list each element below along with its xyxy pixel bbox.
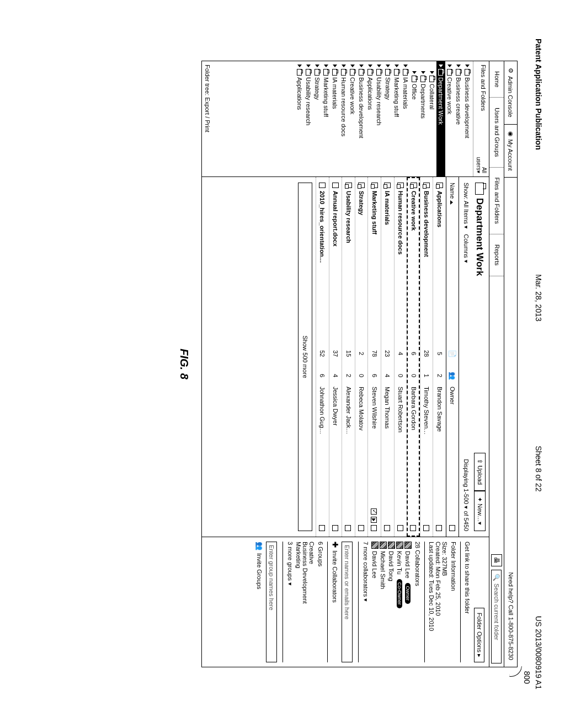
table-row[interactable]: Human resource docs40Stuart Robertson xyxy=(394,177,407,537)
folder-icon xyxy=(447,69,452,76)
tree-item[interactable]: Usability research xyxy=(375,61,383,176)
table-row[interactable]: Marketing stuff786Steven Wilshire xyxy=(367,177,381,537)
table-row[interactable]: Applications52Brandon Savage xyxy=(433,177,446,537)
tree-item[interactable]: Departments xyxy=(419,61,428,176)
row-checkbox[interactable] xyxy=(332,525,338,531)
col-files-icon: 📄 xyxy=(449,342,456,365)
collaborator-row[interactable]: David Lee xyxy=(371,542,379,662)
tab-my-account[interactable]: ◉ My Account xyxy=(504,125,517,178)
group-item[interactable]: Marketing xyxy=(295,542,302,662)
invite-groups-button[interactable]: 👥 Invite Groups xyxy=(255,542,264,662)
tree-item[interactable]: Business development xyxy=(357,61,366,176)
folder-icon xyxy=(430,76,435,82)
row-checkbox[interactable] xyxy=(358,525,364,531)
tree-footer-export[interactable]: Folder tree: Export / Print xyxy=(204,65,211,132)
folder-icon xyxy=(359,69,364,76)
tree-item[interactable]: Marketing stuff xyxy=(322,61,331,176)
nav-users-groups[interactable]: Users and Groups xyxy=(489,98,504,167)
table-row[interactable]: Strategy20Rebeca Molatov xyxy=(355,177,368,537)
chevron-right-icon xyxy=(430,71,434,74)
search-input[interactable]: 🔍 Search current folder xyxy=(492,570,502,663)
share-link[interactable]: Get link to share this folder xyxy=(464,542,471,662)
folder-options-button[interactable]: Folder Options ▸ xyxy=(474,608,484,662)
row-checkbox[interactable] xyxy=(436,525,442,531)
upload-button[interactable]: ⇧ Upload xyxy=(474,453,486,491)
tree-header-label: Files and Folders xyxy=(476,65,487,157)
table-row[interactable]: 2010_hires_orientation…526Johnathon Gug… xyxy=(316,177,329,537)
pub-title: Patent Application Publication xyxy=(534,39,543,150)
row-checkbox[interactable] xyxy=(345,525,351,531)
chevron-right-icon xyxy=(368,65,372,67)
nav-home[interactable]: Home xyxy=(489,61,504,98)
tree-item[interactable]: Business creative xyxy=(454,61,463,176)
table-row[interactable]: Usability research152Alexander Jack… xyxy=(342,177,355,537)
folder-icon xyxy=(350,69,355,76)
row-play[interactable] xyxy=(371,517,377,523)
folder-title: Department Work xyxy=(475,183,486,276)
folder-icon xyxy=(465,69,470,76)
folder-icon xyxy=(324,69,329,76)
show-more-button[interactable]: Show 500 more xyxy=(298,183,312,531)
folder-icon xyxy=(345,183,352,188)
table-row[interactable]: Business development281Timothy Steven… xyxy=(420,177,433,537)
row-checkbox[interactable] xyxy=(397,525,403,531)
nav-files-folders[interactable]: Files and Folders xyxy=(489,168,504,234)
new-button[interactable]: ✦ New…▾ xyxy=(474,491,486,531)
group-item[interactable]: Creative xyxy=(308,542,315,662)
tab-admin-console[interactable]: ⚙ Admin Console xyxy=(504,61,517,125)
window-tabbar: ⚙ Admin Console ◉ My Account Need help? … xyxy=(504,61,517,667)
collaborator-row[interactable]: Kevin TuCo-Owner xyxy=(396,542,404,662)
row-checkbox[interactable] xyxy=(410,525,416,531)
folder-icon xyxy=(342,69,347,76)
table-row[interactable]: Annual report.docx374Jessica Dwyer xyxy=(329,177,342,537)
tree-item[interactable]: Department Work xyxy=(436,61,445,176)
collaborator-row[interactable]: David LeeOwner xyxy=(404,542,412,662)
collaborator-row[interactable]: Michael Smith xyxy=(379,542,387,662)
tree-item[interactable]: Marketing stuff xyxy=(392,61,401,176)
folder-created: Created: Mon Feb 25, 2010 xyxy=(435,542,441,662)
more-collaborators[interactable]: 7 more collaborators ▾ xyxy=(362,542,369,662)
chevron-right-icon xyxy=(359,65,364,67)
tree-item[interactable]: Applications xyxy=(366,61,375,176)
plus-icon: ✚ xyxy=(331,542,339,548)
tree-item[interactable]: Usability research xyxy=(304,61,313,176)
row-checkbox[interactable] xyxy=(371,508,377,515)
file-icon xyxy=(332,183,339,188)
tree-item[interactable]: Business development xyxy=(463,61,472,176)
tree-item[interactable]: Office xyxy=(410,61,419,176)
select-all-checkbox[interactable] xyxy=(449,525,455,531)
tree-item[interactable]: Human resource docs xyxy=(339,61,348,176)
row-checkbox[interactable] xyxy=(423,525,429,531)
tree-item[interactable]: Creative work xyxy=(348,61,357,176)
tree-item[interactable]: Strategy xyxy=(383,61,392,176)
search-icon: 🔍 xyxy=(493,574,500,581)
group-item[interactable]: Business Development xyxy=(302,542,308,662)
tree-item[interactable]: Strategy xyxy=(313,61,322,176)
row-checkbox[interactable] xyxy=(319,525,325,531)
tree-item[interactable]: Applications xyxy=(295,61,304,176)
tree-item[interactable]: Collateral xyxy=(428,61,436,176)
tree-header-filter[interactable]: All users▾ xyxy=(476,157,487,173)
col-name-header[interactable]: Name xyxy=(449,183,456,342)
invite-names-input[interactable]: Enter names or emails here xyxy=(342,542,353,662)
print-icon[interactable]: 🖶 xyxy=(491,554,502,566)
pagination-label[interactable]: Displaying 1-500 ▾ of 5450 xyxy=(462,459,470,531)
show-filter[interactable]: Show: All Items ▾ Columns ▾ xyxy=(462,183,470,263)
col-people-icon: 👥 xyxy=(449,365,456,387)
invite-groups-input[interactable]: Enter group names here xyxy=(266,542,277,662)
folder-icon xyxy=(306,69,311,76)
nav-reports[interactable]: Reports xyxy=(489,234,504,276)
table-row[interactable]: IA materials234Megan Thomas xyxy=(381,177,394,537)
tree-item[interactable]: IA materials xyxy=(401,61,410,176)
more-groups[interactable]: 3 more groups ▾ xyxy=(286,542,294,662)
tree-item[interactable]: Creative work xyxy=(445,61,454,176)
invite-collaborators-button[interactable]: ✚ Invite Collaborators xyxy=(331,542,339,662)
tree-item[interactable]: IA materials xyxy=(331,61,339,176)
folder-icon xyxy=(423,183,430,188)
folder-icon xyxy=(456,69,461,76)
col-owner-header[interactable]: Owner xyxy=(449,387,456,498)
table-row[interactable]: Creative work60Barbara Gordon xyxy=(407,177,420,537)
row-checkbox[interactable] xyxy=(384,525,390,531)
collaborator-row[interactable]: David Tong xyxy=(387,542,396,662)
row-checkbox[interactable] xyxy=(371,525,377,531)
